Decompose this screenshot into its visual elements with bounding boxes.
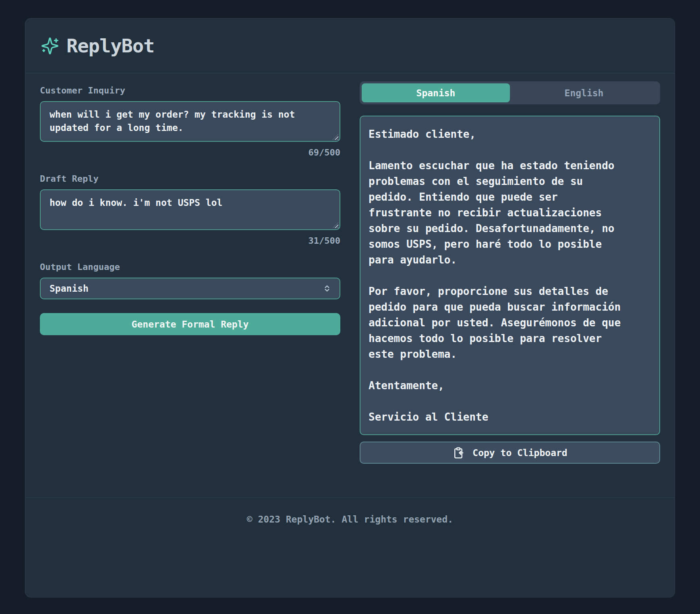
app-card: ReplyBot Customer Inquiry when will i ge… [25,18,675,597]
tab-spanish[interactable]: Spanish [362,83,510,102]
copy-to-clipboard-button[interactable]: Copy to Clipboard [360,442,660,464]
customer-inquiry-label: Customer Inquiry [40,85,340,95]
app-footer: © 2023 ReplyBot. All rights reserved. [25,498,675,597]
page: ReplyBot Customer Inquiry when will i ge… [0,0,700,614]
draft-reply-label: Draft Reply [40,174,340,184]
tab-english[interactable]: English [510,83,658,102]
draft-reply-counter: 31/500 [40,236,340,246]
generated-reply-panel: Estimado cliente, Lamento escuchar que h… [360,116,660,435]
draft-reply-wrap: how do i know. i'm not USPS lol [40,189,340,230]
sparkles-icon [41,37,59,55]
customer-inquiry-counter: 69/500 [40,147,340,158]
customer-inquiry-wrap: when will i get my order? my tracking is… [40,101,340,142]
draft-reply-textarea[interactable]: how do i know. i'm not USPS lol [40,189,340,230]
output-language-label: Output Language [40,262,340,272]
generated-reply-text: Estimado cliente, Lamento escuchar que h… [369,127,624,425]
customer-inquiry-textarea[interactable]: when will i get my order? my tracking is… [40,101,340,142]
app-body: Customer Inquiry when will i get my orde… [25,73,675,498]
output-column: Spanish English Estimado cliente, Lament… [360,81,660,464]
clipboard-icon [452,447,464,459]
copyright-text: © 2023 ReplyBot. All rights reserved. [247,514,453,525]
language-tabs: Spanish English [360,81,660,104]
output-language-select[interactable]: Spanish [40,278,340,299]
generate-formal-reply-button[interactable]: Generate Formal Reply [40,313,340,335]
input-column: Customer Inquiry when will i get my orde… [40,81,340,464]
output-language-value: Spanish [50,283,89,294]
app-title: ReplyBot [66,35,154,57]
chevrons-up-down-icon [322,283,332,294]
app-header: ReplyBot [25,19,675,73]
copy-to-clipboard-label: Copy to Clipboard [472,448,567,458]
